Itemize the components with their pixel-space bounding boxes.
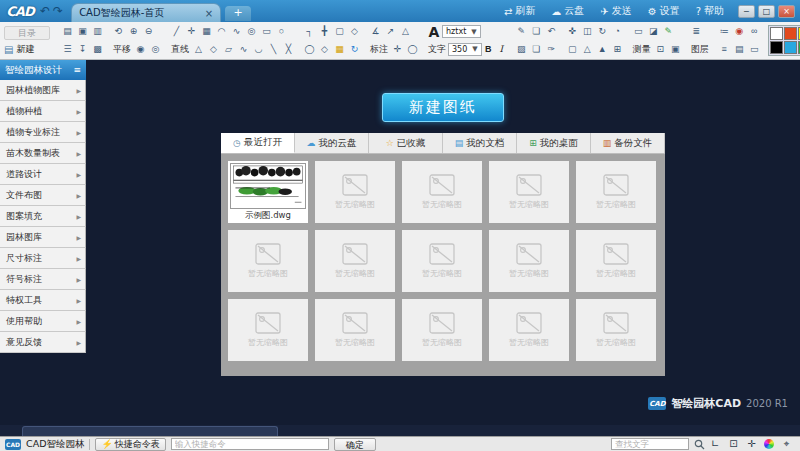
titlebar-action-button[interactable]: ? 帮助 (696, 4, 724, 18)
toolbar-button[interactable]: ◇ (347, 24, 362, 39)
file-tab[interactable]: ⊞ 我的桌面 (517, 133, 591, 153)
toolbar-button[interactable]: ↻ (347, 42, 362, 57)
toolbar-button[interactable]: ▣ (668, 42, 683, 57)
toolbar-button[interactable]: ▲ (595, 42, 610, 57)
menu-icon[interactable]: ≡ (73, 65, 81, 75)
text-label[interactable]: 文字 (428, 43, 446, 56)
toolbar-button[interactable]: ≔ (717, 24, 732, 39)
toolbar-button[interactable]: ◯ (405, 42, 420, 57)
toolbar-button[interactable]: ∿ (229, 24, 244, 39)
titlebar-action-button[interactable]: ⚙ 设置 (648, 4, 680, 18)
toolbar-button[interactable]: ╋ (317, 24, 332, 39)
confirm-button[interactable]: 确定 (334, 438, 376, 451)
sidebar-item[interactable]: 图案填充 ▶ (0, 206, 86, 227)
toolbar-button[interactable]: ≣ (689, 24, 704, 39)
toolbar-button[interactable]: ↻ (595, 24, 610, 39)
sidebar-item[interactable]: 园林图库 ▶ (0, 227, 86, 248)
toolbar-button[interactable]: ◡ (251, 42, 266, 57)
toolbar-button[interactable]: ✎ (514, 24, 529, 39)
toolbar-button[interactable]: ⟲ (111, 24, 126, 39)
file-tab[interactable]: ☁ 我的云盘 (295, 133, 369, 153)
command-bar[interactable] (22, 426, 278, 436)
toolbar-button[interactable]: ▤ (60, 24, 75, 39)
sidebar-item[interactable]: 文件布图 ▶ (0, 185, 86, 206)
cursor-icon[interactable]: ⌖ (781, 439, 792, 450)
toolbar-button[interactable]: ↗ (383, 24, 398, 39)
sidebar-item[interactable]: 苗木数量制表 ▶ (0, 143, 86, 164)
close-icon[interactable]: × (778, 5, 795, 18)
toolbar-button[interactable]: △ (580, 42, 595, 57)
swatch-black[interactable] (770, 41, 783, 54)
toolbar-button[interactable]: ∿ (236, 42, 251, 57)
new-tab-button[interactable]: + (225, 6, 251, 21)
sidebar-item[interactable]: 符号标注 ▶ (0, 269, 86, 290)
sidebar-item[interactable]: 植物种植 ▶ (0, 101, 86, 122)
new-drawing-button[interactable]: 新建图纸 (382, 93, 504, 122)
toolbar-button[interactable]: ✎ (661, 24, 676, 39)
toolbar-button[interactable]: ┐ (302, 24, 317, 39)
sidebar-item[interactable]: 植物专业标注 ▶ (0, 122, 86, 143)
toolbar-button[interactable]: △ (398, 24, 413, 39)
line-label[interactable]: 直线 (171, 43, 189, 56)
crosshair-icon[interactable]: ✛ (746, 439, 757, 450)
swatch-red[interactable] (784, 27, 797, 40)
toolbar-button[interactable]: ◯ (302, 42, 317, 57)
titlebar-action-button[interactable]: ☁ 云盘 (551, 4, 584, 18)
toolbar-button[interactable]: ▣ (75, 24, 90, 39)
toolbar-button[interactable]: ◪ (646, 24, 661, 39)
document-tab[interactable]: CAD智绘园林-首页 × (71, 3, 221, 22)
toolbar-button[interactable]: ▨ (514, 42, 529, 57)
toolbar-button[interactable]: ✜ (565, 24, 580, 39)
titlebar-action-button[interactable]: ✈ 发送 (600, 4, 631, 18)
toolbar-button[interactable]: ☰ (60, 42, 75, 57)
toolbar-button[interactable]: ╲ (266, 42, 281, 57)
sidebar-item[interactable]: 道路设计 ▶ (0, 164, 86, 185)
back-icon[interactable]: ↶ (40, 4, 50, 18)
bold-button[interactable]: B (482, 43, 495, 56)
toolbar-button[interactable]: ▦ (332, 42, 347, 57)
quick-command-button[interactable]: ⚡ 快捷命令表 (95, 438, 165, 451)
file-tab[interactable]: ☆ 已收藏 (369, 133, 443, 153)
toolbar-button[interactable]: ▩ (90, 42, 105, 57)
ucs-axis-icon[interactable]: ∟ (710, 439, 721, 450)
search-input[interactable] (611, 438, 689, 450)
toolbar-button[interactable]: ▭ (259, 24, 274, 39)
toolbar-button[interactable]: △ (191, 42, 206, 57)
swatch-blue[interactable] (784, 41, 797, 54)
colorwheel-icon[interactable]: ● (764, 439, 774, 449)
toolbar-button[interactable]: ⊕ (126, 24, 141, 39)
statusbar-app-tab[interactable]: CAD智绘园林 (26, 438, 84, 451)
toolbar-button[interactable]: ◇ (317, 42, 332, 57)
dimension-label[interactable]: 标注 (370, 43, 388, 56)
file-card[interactable]: 示例图.dwg (228, 161, 308, 223)
toolbar-button[interactable]: ◠ (214, 24, 229, 39)
text-size-select[interactable]: 350 ▼ (448, 43, 482, 56)
sidebar-item[interactable]: 尺寸标注 ▶ (0, 248, 86, 269)
toolbar-button[interactable]: ○ (274, 24, 289, 39)
toolbar-button[interactable]: ∞ (747, 24, 762, 39)
file-tab[interactable]: ◷ 最近打开 (221, 133, 295, 153)
swatch-white[interactable] (770, 27, 783, 40)
maximize-icon[interactable]: □ (758, 5, 775, 18)
toolbar-button[interactable]: ▭ (631, 24, 646, 39)
toolbar-button[interactable]: ◉ (133, 42, 148, 57)
toolbar-button[interactable]: ◉ (732, 24, 747, 39)
toolbar-button[interactable]: ◎ (244, 24, 259, 39)
toolbar-button[interactable]: ▭ (747, 42, 762, 57)
italic-button[interactable]: I (495, 43, 508, 56)
toolbar-button[interactable]: ▢ (332, 24, 347, 39)
toolbar-button[interactable]: ◔ (610, 24, 625, 39)
minimize-icon[interactable]: ─ (738, 5, 755, 18)
toolbar-button[interactable]: ✛ (390, 42, 405, 57)
toolbar-button[interactable]: ◎ (148, 42, 163, 57)
layer-label[interactable]: 图层 (691, 43, 709, 56)
file-tab[interactable]: ▥ 备份文件 (591, 133, 665, 153)
toolbar-button[interactable]: ▱ (221, 42, 236, 57)
titlebar-action-button[interactable]: ⇄ 刷新 (504, 4, 535, 18)
pan-label[interactable]: 平移 (113, 43, 131, 56)
sidebar-item[interactable]: 意见反馈 ▶ (0, 332, 86, 353)
toolbar-button[interactable]: ▢ (565, 42, 580, 57)
catalog-button[interactable]: 目录 (4, 26, 50, 40)
toolbar-button[interactable]: ∡ (368, 24, 383, 39)
toolbar-button[interactable]: ⊖ (141, 24, 156, 39)
